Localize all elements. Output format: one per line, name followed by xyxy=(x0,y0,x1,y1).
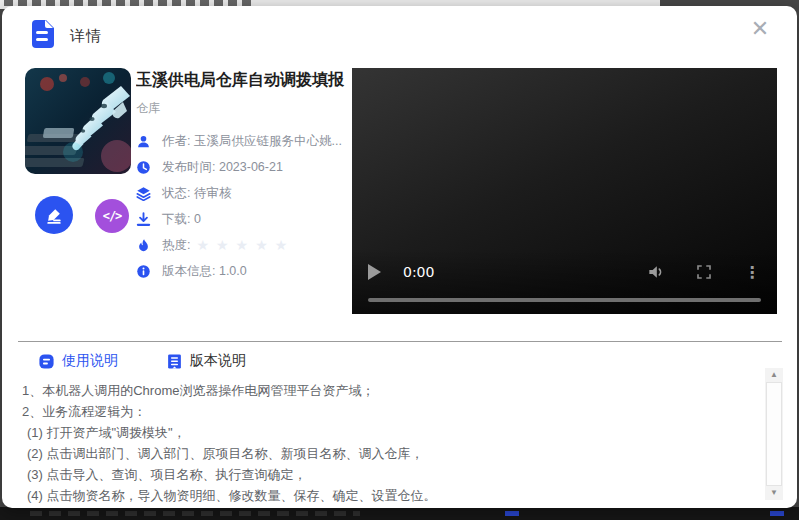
meta-version-text: 版本信息: 1.0.0 xyxy=(162,263,247,280)
scroll-up-icon[interactable]: ▲ xyxy=(765,368,783,382)
description-scrollbar[interactable]: ▲ ▼ xyxy=(765,368,783,500)
description-line: (4) 点击物资名称，导入物资明细、修改数量、保存、确定、设置仓位。 xyxy=(22,485,748,506)
tab-usage-notes-label: 使用说明 xyxy=(62,352,118,370)
flame-icon xyxy=(136,238,151,253)
play-icon[interactable] xyxy=(368,264,381,280)
description-line: 2、业务流程逻辑为： xyxy=(22,401,748,422)
detail-dialog: 详情 ✕ xyxy=(2,6,797,508)
meta-popularity: 热度: ★★★★★ xyxy=(136,232,350,258)
close-icon[interactable]: ✕ xyxy=(745,14,775,44)
fullscreen-icon[interactable] xyxy=(693,261,715,283)
tab-version-notes-label: 版本说明 xyxy=(190,352,246,370)
backdrop-page-bottom xyxy=(0,507,799,520)
backdrop-blue-mark xyxy=(770,511,784,516)
meta-version: 版本信息: 1.0.0 xyxy=(136,258,350,284)
section-divider xyxy=(18,341,782,342)
tab-bar: 使用说明 版本说明 xyxy=(38,352,294,370)
meta-publish-time-text: 发布时间: 2023-06-21 xyxy=(162,159,283,176)
video-controls: 0:00 ⋮ xyxy=(352,250,777,314)
popularity-stars: ★★★★★ xyxy=(196,238,294,252)
meta-author: 作者: 玉溪局供应链服务中心姚... xyxy=(136,128,350,154)
scroll-down-icon[interactable]: ▼ xyxy=(765,486,783,500)
meta-publish-time: 发布时间: 2023-06-21 xyxy=(136,154,350,180)
item-info: 玉溪供电局仓库自动调拨填报 仓库 作者: 玉溪局供应链服务中心姚... 发布时间… xyxy=(136,70,350,284)
layers-icon xyxy=(136,186,151,201)
meta-downloads: 下载: 0 xyxy=(136,206,350,232)
info-icon xyxy=(136,264,151,279)
more-options-icon[interactable]: ⋮ xyxy=(741,261,763,283)
scrollbar-thumb[interactable] xyxy=(766,382,782,486)
code-icon: </> xyxy=(103,209,122,223)
video-current-time: 0:00 xyxy=(403,264,434,280)
edit-sign-icon xyxy=(44,205,64,225)
clock-icon xyxy=(136,160,151,175)
code-button[interactable]: </> xyxy=(95,199,129,233)
meta-status: 状态: 待审核 xyxy=(136,180,350,206)
usage-notes-icon xyxy=(38,353,55,370)
item-thumbnail xyxy=(25,68,131,174)
meta-popularity-label: 热度: xyxy=(162,237,190,254)
video-progress-bar[interactable] xyxy=(368,298,761,302)
meta-author-text: 作者: 玉溪局供应链服务中心姚... xyxy=(162,133,342,150)
tab-usage-notes[interactable]: 使用说明 xyxy=(38,352,118,370)
video-player[interactable]: 0:00 ⋮ xyxy=(352,68,777,314)
user-icon xyxy=(136,134,151,149)
edit-sign-button[interactable] xyxy=(35,196,73,234)
meta-status-text: 状态: 待审核 xyxy=(162,185,231,202)
download-icon xyxy=(136,212,151,227)
document-icon xyxy=(28,19,58,49)
description-line: (1) 打开资产域"调拨模块"， xyxy=(22,422,748,443)
backdrop-blue-mark xyxy=(505,511,519,516)
volume-icon[interactable] xyxy=(645,261,667,283)
meta-list: 作者: 玉溪局供应链服务中心姚... 发布时间: 2023-06-21 状态: … xyxy=(136,128,350,284)
version-notes-icon xyxy=(166,353,183,370)
dialog-title: 详情 xyxy=(70,27,102,46)
item-category: 仓库 xyxy=(136,100,350,117)
meta-downloads-text: 下载: 0 xyxy=(162,211,201,228)
description-line: (2) 点击调出部门、调入部门、原项目名称、新项目名称、调入仓库， xyxy=(22,443,748,464)
tab-version-notes[interactable]: 版本说明 xyxy=(166,352,246,370)
description-line: 1、本机器人调用的Chrome浏览器操作电网管理平台资产域； xyxy=(22,380,748,401)
usage-description: 1、本机器人调用的Chrome浏览器操作电网管理平台资产域； 2、业务流程逻辑为… xyxy=(22,380,748,506)
description-line: (3) 点击导入、查询、项目名称、执行查询确定， xyxy=(22,464,748,485)
backdrop-text-fragment xyxy=(30,511,360,516)
item-title: 玉溪供电局仓库自动调拨填报 xyxy=(136,70,350,91)
